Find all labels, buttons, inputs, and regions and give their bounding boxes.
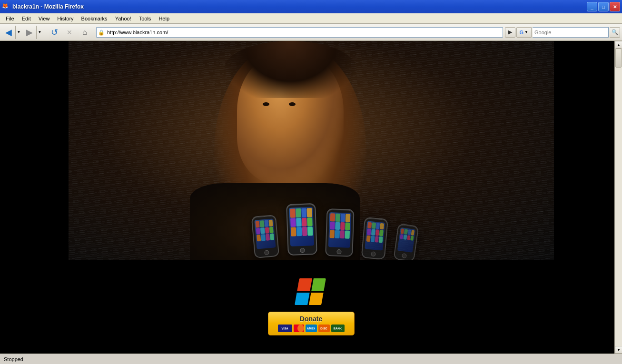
scroll-up-button[interactable]: ▲ [615,41,622,49]
mastercard-icon [294,325,304,332]
app-icon [265,227,269,234]
app-icon [335,230,339,238]
scroll-down-button[interactable]: ▼ [615,346,622,354]
menu-bookmarks[interactable]: Bookmarks [78,15,111,22]
menu-yahoo[interactable]: Yahoo! [111,15,135,22]
app-icon [375,236,379,243]
menu-file[interactable]: File [2,15,18,22]
app-icon [302,217,307,226]
phones-container [253,204,417,255]
app-icon [367,229,371,236]
app-icon [269,226,274,233]
content-area: Donate VISA AMEX DISC BANK ▲ ▼ [0,41,622,354]
app-icon [345,230,350,238]
windows-logo-grid [295,278,326,305]
app-icon [404,235,407,240]
app-icon [330,230,335,238]
visa-card-icon: VISA [278,325,292,332]
back-dropdown[interactable]: ▼ [15,26,22,39]
app-icon [260,220,264,227]
app-icon [404,229,408,234]
app-icon [376,223,380,229]
home-button[interactable]: ⌂ [78,26,92,39]
close-button[interactable]: ✕ [610,2,620,11]
address-bar-container: 🔒 ▶ [96,27,515,38]
windows-logo-green [311,278,326,291]
search-go-button[interactable]: 🔍 [610,27,620,38]
window-controls: _ □ ✕ [587,2,620,11]
windows-logo-blue [295,292,309,305]
app-icon [290,218,296,227]
windows-logo [297,278,326,307]
phone-screen-2 [289,207,315,246]
forward-button-cluster: ▶ ▼ [23,26,43,39]
app-icon [291,227,296,236]
app-icon [268,220,273,226]
app-icon [261,234,265,241]
phone-4 [361,217,388,260]
phone-1 [251,215,279,258]
reload-button[interactable]: ↺ [47,26,61,39]
forward-dropdown[interactable]: ▼ [36,26,43,39]
back-button[interactable]: ◀ [2,26,15,39]
phone-5 [393,223,419,260]
toolbar-divider-2 [94,27,94,38]
discover-card-icon: DISC [318,325,330,332]
stop-button[interactable]: ✕ [62,26,77,39]
forward-button[interactable]: ▶ [23,26,36,39]
menu-history[interactable]: History [53,15,77,22]
app-icon [345,222,350,230]
app-icon [372,222,376,229]
bank-card-icon: BANK [331,325,345,332]
app-icon [379,236,383,243]
app-icon [266,234,270,240]
menu-help[interactable]: Help [155,15,173,22]
app-icon [371,229,375,236]
app-icon [296,208,301,217]
security-icon: 🔒 [98,29,105,35]
app-icon [264,220,268,226]
scrollbar: ▲ ▼ [614,41,622,354]
app-icon [301,208,306,217]
app-icon [370,236,375,242]
search-engine-button[interactable]: G ▼ [516,27,532,38]
address-go-button[interactable]: ▶ [505,27,515,38]
app-icon [366,236,371,242]
address-input[interactable] [96,27,503,38]
donate-label: Donate [300,315,322,323]
donate-button[interactable]: Donate VISA AMEX DISC BANK [268,312,355,335]
app-icon [307,226,313,236]
app-icon [335,222,340,230]
app-icon [346,214,350,222]
navigation-toolbar: ◀ ▼ ▶ ▼ ↺ ✕ ⌂ 🔒 ▶ G ▼ 🔍 [0,24,622,41]
windows-logo-red [297,278,312,291]
windows-logo-yellow [308,292,323,305]
app-icon [257,235,261,241]
app-icon [307,208,312,217]
app-icon [302,227,307,236]
status-bar: Stopped [0,354,622,364]
toolbar-divider-1 [45,27,45,38]
search-input[interactable] [533,27,609,38]
minimize-button[interactable]: _ [587,2,597,11]
scroll-track[interactable] [615,49,622,346]
maximize-button[interactable]: □ [598,2,609,11]
app-icon [270,233,274,240]
phone-screen-1 [254,218,276,249]
phone-3 [325,208,354,257]
status-text: Stopped [4,356,23,362]
payment-cards: VISA AMEX DISC BANK [278,325,345,332]
search-engine-dropdown-icon: ▼ [524,30,528,34]
hair [224,41,357,98]
menu-view[interactable]: View [35,15,54,22]
back-button-cluster: ◀ ▼ [2,26,22,39]
menu-tools[interactable]: Tools [135,15,155,22]
menu-edit[interactable]: Edit [18,15,35,22]
phone-home-button-3 [336,249,341,254]
app-icon [336,214,340,222]
app-icon [379,230,384,236]
app-icon [307,217,312,226]
scroll-thumb[interactable] [615,49,622,68]
amex-card-icon: AMEX [306,325,317,332]
hero-image [69,41,554,260]
